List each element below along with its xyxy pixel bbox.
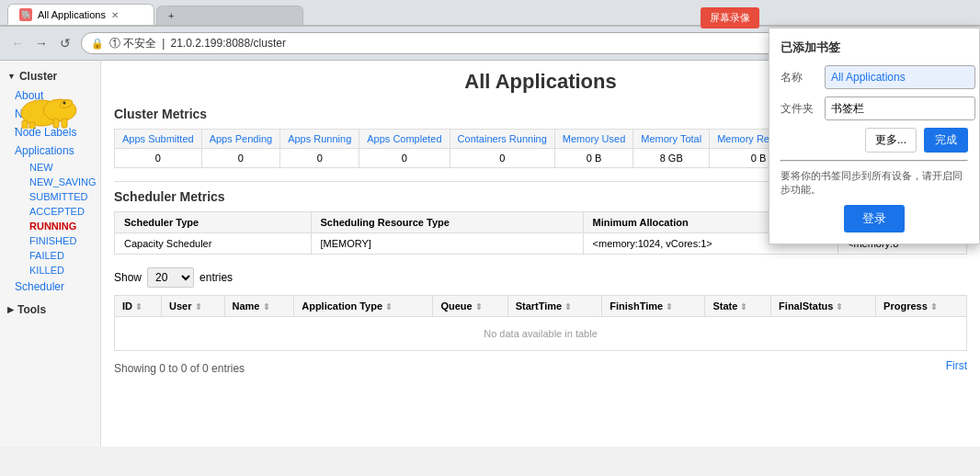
bookmark-more-button[interactable]: 更多... xyxy=(865,128,917,153)
bookmark-name-label: 名称 xyxy=(781,70,817,85)
tab-label: All Applications xyxy=(38,9,106,20)
scheduler-value-1: [MEMORY] xyxy=(311,233,583,255)
metric-link-5[interactable]: Memory Used xyxy=(563,133,625,144)
tab-favicon: 🐘 xyxy=(19,8,32,21)
metrics-header-1[interactable]: Apps Pending xyxy=(201,130,280,149)
back-button[interactable]: ← xyxy=(7,33,28,53)
sort-icon-0: ⇕ xyxy=(135,302,142,312)
tab-close-icon[interactable]: ✕ xyxy=(111,10,119,20)
sidebar-tools-section: ▶ Tools xyxy=(0,300,100,320)
bookmark-confirm-button[interactable]: 完成 xyxy=(924,128,968,153)
screen-record-button[interactable]: 屏幕录像 xyxy=(701,7,759,28)
no-data-row: No data available in table xyxy=(115,317,967,351)
bookmark-name-input[interactable] xyxy=(825,65,975,89)
reload-button[interactable]: ↺ xyxy=(55,33,75,53)
sidebar-cluster-label: Cluster xyxy=(19,70,57,83)
show-label: Show xyxy=(114,271,142,284)
apps-header-1[interactable]: User ⇕ xyxy=(161,296,224,317)
active-tab[interactable]: 🐘 All Applications ✕ xyxy=(7,4,154,25)
sidebar-subitem-new[interactable]: NEW xyxy=(22,160,100,175)
apps-header-9[interactable]: Progress ⇕ xyxy=(876,296,967,317)
metric-link-3[interactable]: Apps Completed xyxy=(367,133,441,144)
scheduler-header-0: Scheduler Type xyxy=(115,212,312,233)
bookmark-folder-input[interactable] xyxy=(825,96,975,120)
svg-point-7 xyxy=(63,102,66,105)
metric-link-2[interactable]: Apps Running xyxy=(288,133,351,144)
bookmark-folder-row: 文件夹 xyxy=(781,96,968,120)
sort-icon-6: ⇕ xyxy=(666,302,673,312)
sidebar-subitem-submitted[interactable]: SUBMITTED xyxy=(22,189,100,204)
cluster-arrow-icon: ▼ xyxy=(7,72,16,81)
metric-link-6[interactable]: Memory Total xyxy=(641,133,701,144)
bookmark-panel: 已添加书签 名称 文件夹 更多... 完成 要将你的书签同步到所有设备，请开启同… xyxy=(769,28,980,244)
no-data-cell: No data available in table xyxy=(115,317,967,351)
metrics-value-5: 0 B xyxy=(554,149,632,168)
metrics-value-1: 0 xyxy=(201,149,280,168)
apps-headers-row: ID ⇕User ⇕Name ⇕Application Type ⇕Queue … xyxy=(115,296,967,317)
sidebar-item-applications[interactable]: Applications xyxy=(0,142,100,160)
scheduler-header-1: Scheduling Resource Type xyxy=(311,212,583,233)
metrics-value-6: 8 GB xyxy=(633,149,710,168)
metrics-header-4[interactable]: Containers Running xyxy=(450,130,554,149)
metrics-value-2: 0 xyxy=(280,149,359,168)
metrics-header-2[interactable]: Apps Running xyxy=(280,130,359,149)
bookmark-panel-title: 已添加书签 xyxy=(781,40,968,56)
sort-icon-7: ⇕ xyxy=(740,302,747,312)
metrics-header-5[interactable]: Memory Used xyxy=(554,130,632,149)
sidebar-applications-subsection: NEW NEW_SAVING SUBMITTED ACCEPTED RUNNIN… xyxy=(0,160,100,278)
sidebar-subitem-new-saving[interactable]: NEW_SAVING xyxy=(22,175,100,189)
entries-label: entries xyxy=(199,271,233,284)
sidebar-subitem-accepted[interactable]: ACCEPTED xyxy=(22,204,100,219)
sort-icon-1: ⇕ xyxy=(195,302,202,312)
applications-table: ID ⇕User ⇕Name ⇕Application Type ⇕Queue … xyxy=(114,295,967,351)
bookmark-note: 要将你的书签同步到所有设备，请开启同步功能。 xyxy=(781,169,968,198)
apps-header-8[interactable]: FinalStatus ⇕ xyxy=(771,296,876,317)
sort-icon-3: ⇕ xyxy=(385,302,393,312)
bookmark-folder-label: 文件夹 xyxy=(781,101,817,117)
metrics-value-0: 0 xyxy=(115,149,202,168)
new-tab-button[interactable]: + xyxy=(156,6,303,25)
apps-header-6[interactable]: FinishTime ⇕ xyxy=(602,296,705,317)
metric-link-4[interactable]: Containers Running xyxy=(458,133,547,144)
url-prefix: ① 不安全 xyxy=(109,36,156,51)
metric-link-0[interactable]: Apps Submitted xyxy=(122,133,194,144)
sidebar-cluster-toggle[interactable]: ▼ Cluster xyxy=(0,66,100,86)
apps-header-0[interactable]: ID ⇕ xyxy=(115,296,162,317)
pagination-first[interactable]: First xyxy=(946,359,967,372)
bookmark-name-row: 名称 xyxy=(781,65,968,89)
sidebar-tools-toggle[interactable]: ▶ Tools xyxy=(0,300,100,320)
apps-header-3[interactable]: Application Type ⇕ xyxy=(294,296,433,317)
metrics-header-3[interactable]: Apps Completed xyxy=(359,130,450,149)
show-entries-control: Show 20 50 100 entries xyxy=(114,267,967,288)
metrics-value-4: 0 xyxy=(450,149,554,168)
sidebar-subitem-killed[interactable]: KILLED xyxy=(22,263,100,278)
metrics-header-0[interactable]: Apps Submitted xyxy=(115,130,202,149)
sidebar-subitem-running[interactable]: RUNNING xyxy=(22,219,100,233)
apps-header-7[interactable]: State ⇕ xyxy=(705,296,771,317)
sidebar-subitem-finished[interactable]: FINISHED xyxy=(22,233,100,248)
metrics-value-3: 0 xyxy=(359,149,450,168)
apps-header-4[interactable]: Queue ⇕ xyxy=(433,296,507,317)
lock-icon: 🔒 xyxy=(91,38,104,50)
sidebar-subitem-failed[interactable]: FAILED xyxy=(22,248,100,263)
entries-select[interactable]: 20 50 100 xyxy=(147,267,194,288)
sort-icon-9: ⇕ xyxy=(930,302,938,312)
table-info: Showing 0 to 0 of 0 entries xyxy=(114,362,245,375)
tools-arrow-icon: ▶ xyxy=(7,305,14,314)
hadoop-logo-svg: hadoop xyxy=(9,87,92,129)
svg-rect-5 xyxy=(62,119,67,128)
forward-button[interactable]: → xyxy=(31,33,51,53)
metrics-header-6[interactable]: Memory Total xyxy=(633,130,710,149)
metric-link-1[interactable]: Apps Pending xyxy=(210,133,273,144)
sort-icon-5: ⇕ xyxy=(564,302,572,312)
apps-header-2[interactable]: Name ⇕ xyxy=(224,296,294,317)
tabs-bar: 🐘 All Applications ✕ + xyxy=(0,0,980,27)
sort-icon-8: ⇕ xyxy=(836,302,843,312)
bookmark-login-button[interactable]: 登录 xyxy=(844,205,905,232)
sidebar-item-scheduler[interactable]: Scheduler xyxy=(0,278,100,296)
sort-icon-4: ⇕ xyxy=(475,302,483,312)
sort-icon-2: ⇕ xyxy=(263,302,270,312)
url-display: 21.0.2.199:8088/cluster xyxy=(170,37,285,50)
bookmark-action-buttons: 更多... 完成 xyxy=(781,128,968,153)
apps-header-5[interactable]: StartTime ⇕ xyxy=(507,296,602,317)
